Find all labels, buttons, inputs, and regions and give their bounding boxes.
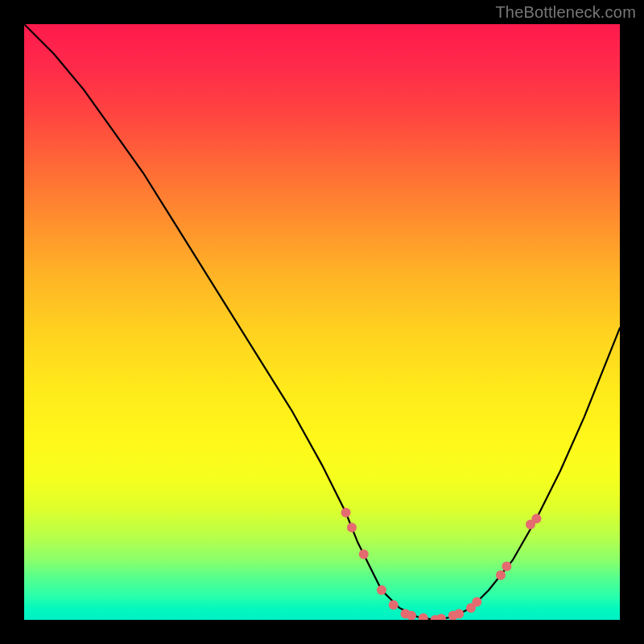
curve-layer	[24, 24, 620, 620]
data-point	[531, 514, 541, 523]
data-point	[377, 585, 386, 595]
watermark-label: TheBottleneck.com	[495, 3, 636, 22]
data-point	[472, 597, 481, 607]
data-point	[419, 613, 428, 620]
data-point	[496, 571, 506, 580]
data-point	[359, 550, 369, 559]
bottleneck-curve	[24, 24, 620, 620]
marker-group	[341, 508, 542, 620]
data-point	[454, 609, 464, 619]
data-point	[341, 508, 351, 518]
data-point	[389, 601, 398, 610]
data-point	[502, 561, 511, 571]
data-point	[347, 522, 357, 532]
data-point	[436, 614, 446, 621]
plot-area	[24, 24, 620, 620]
chart-frame: TheBottleneck.com	[0, 0, 644, 644]
